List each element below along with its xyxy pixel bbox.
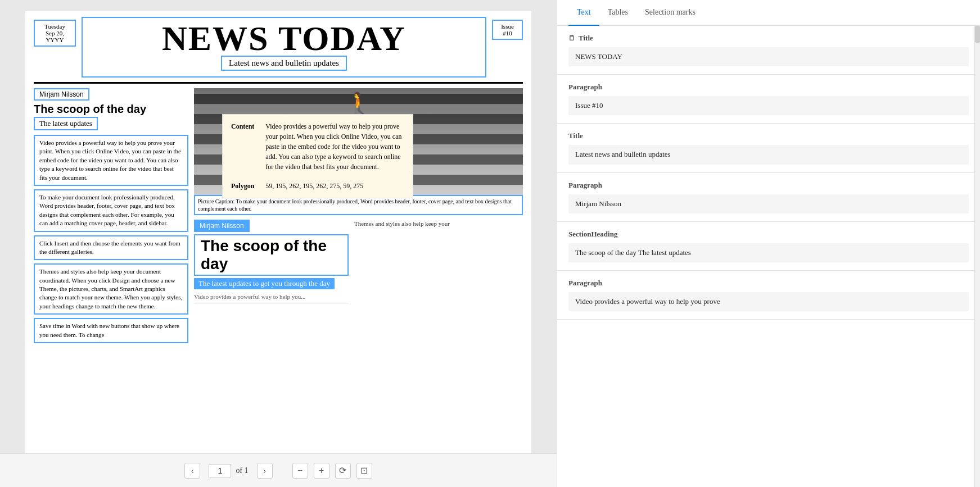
lower-left: Mirjam Nilsson The scoop of the day The … xyxy=(194,220,349,303)
detail-label-title2: Title xyxy=(568,131,969,140)
text-block-2: To make your document look professionall… xyxy=(34,189,188,232)
tooltip-polygon-value: 59, 195, 262, 195, 262, 275, 59, 275 xyxy=(265,181,363,191)
page-number-input[interactable] xyxy=(209,464,231,477)
tab-tables[interactable]: Tables xyxy=(599,0,636,26)
detail-label-para2: Paragraph xyxy=(568,181,969,190)
detail-section-para3: Paragraph Video provides a powerful way … xyxy=(557,271,980,320)
tagline: Latest news and bulletin updates xyxy=(221,56,347,71)
detail-section-para1: Paragraph Issue #10 xyxy=(557,75,980,124)
tab-selection-marks[interactable]: Selection marks xyxy=(636,0,704,26)
lower-right: Themes and styles also help keep your xyxy=(354,220,523,303)
text-block-5: Save time in Word with new buttons that … xyxy=(34,318,188,343)
document-toolbar: ‹ of 1 › − + ⟳ ⊡ xyxy=(0,453,557,487)
detail-section-sectionheading: SectionHeading The scoop of the day The … xyxy=(557,222,980,271)
zoom-in-button[interactable]: + xyxy=(314,463,329,479)
page-of-label: of 1 xyxy=(236,466,248,475)
detail-section-title2: Title Latest news and bulletin updates xyxy=(557,124,980,172)
newspaper-title: NEWS TODAY xyxy=(83,18,485,56)
section-subheading-1: The latest updates xyxy=(34,117,98,130)
detail-section-para2: Paragraph Mirjam Nilsson xyxy=(557,173,980,222)
text-block-4: Themes and styles also help keep your do… xyxy=(34,263,188,315)
detail-label-sectionheading: SectionHeading xyxy=(568,230,969,239)
scrollbar-track[interactable] xyxy=(974,26,980,487)
page-info: of 1 xyxy=(209,464,248,477)
detail-label-para3: Paragraph xyxy=(568,279,969,288)
detail-label-title1: 🗒 Title xyxy=(568,34,969,43)
newspaper-page: Tuesday Sep 20, YYYY NEWS TODAY Latest n… xyxy=(25,11,531,453)
zoom-controls: − + ⟳ ⊡ xyxy=(292,463,372,479)
detail-value-para3: Video provides a powerful way to help yo… xyxy=(568,292,969,311)
detail-value-para2: Mirjam Nilsson xyxy=(568,194,969,213)
tooltip-content-label: Content xyxy=(231,121,254,174)
date-box: Tuesday Sep 20, YYYY xyxy=(34,20,76,47)
person-figure: 🚶 xyxy=(345,91,373,117)
author-name-1: Mirjam Nilsson xyxy=(34,88,89,101)
document-content: Tuesday Sep 20, YYYY NEWS TODAY Latest n… xyxy=(0,0,557,453)
title-icon: 🗒 xyxy=(568,34,575,43)
fit-button[interactable]: ⊡ xyxy=(356,463,372,479)
next-page-button[interactable]: › xyxy=(257,463,273,479)
detail-value-title2: Latest news and bulletin updates xyxy=(568,145,969,164)
scrollbar-thumb[interactable] xyxy=(975,26,980,43)
image-container: 🚶 Content Video provides a powerful way … xyxy=(194,88,523,215)
content-tooltip: Content Video provides a powerful way to… xyxy=(222,114,413,198)
left-column: Mirjam Nilsson The scoop of the day The … xyxy=(34,88,188,347)
right-panel-content: 🗒 Title NEWS TODAY Paragraph Issue #10 T… xyxy=(557,26,980,320)
right-panel-tabs: Text Tables Selection marks xyxy=(557,0,980,26)
author-name-2: Mirjam Nilsson xyxy=(194,220,250,232)
tooltip-polygon-label: Polygon xyxy=(231,181,254,191)
prev-page-button[interactable]: ‹ xyxy=(184,463,200,479)
detail-value-para1: Issue #10 xyxy=(568,96,969,115)
text-block-3: Click Insert and then choose the element… xyxy=(34,235,188,261)
rotate-button[interactable]: ⟳ xyxy=(335,463,351,479)
detail-label-para1: Paragraph xyxy=(568,83,969,92)
tab-text[interactable]: Text xyxy=(568,0,599,26)
right-column: 🚶 Content Video provides a powerful way … xyxy=(194,88,523,347)
lower-right-text: Themes and styles also help keep your xyxy=(354,220,523,228)
newspaper-header: Tuesday Sep 20, YYYY NEWS TODAY Latest n… xyxy=(34,17,523,84)
masthead: NEWS TODAY Latest news and bulletin upda… xyxy=(82,17,486,78)
text-block-1: Video provides a powerful way to help yo… xyxy=(34,135,188,186)
section-subheading-2: The latest updates to get you through th… xyxy=(194,278,335,289)
tooltip-content-text: Video provides a powerful way to help yo… xyxy=(265,121,404,172)
issue-box: Issue #10 xyxy=(492,20,523,40)
lower-section: Mirjam Nilsson The scoop of the day The … xyxy=(194,220,523,303)
section-heading-2: The scoop of the day xyxy=(194,234,349,276)
detail-section-title1: 🗒 Title NEWS TODAY xyxy=(557,26,980,75)
document-viewer: Tuesday Sep 20, YYYY NEWS TODAY Latest n… xyxy=(0,0,557,487)
detail-value-sectionheading: The scoop of the day The latest updates xyxy=(568,243,969,262)
content-area: Mirjam Nilsson The scoop of the day The … xyxy=(34,88,523,347)
zoom-out-button[interactable]: − xyxy=(292,463,308,479)
right-panel: Text Tables Selection marks 🗒 Title NEWS… xyxy=(557,0,980,487)
detail-value-title1: NEWS TODAY xyxy=(568,47,969,66)
lower-partial-text: Video provides a powerful way to help yo… xyxy=(194,293,349,303)
section-heading-1: The scoop of the day xyxy=(34,103,188,116)
